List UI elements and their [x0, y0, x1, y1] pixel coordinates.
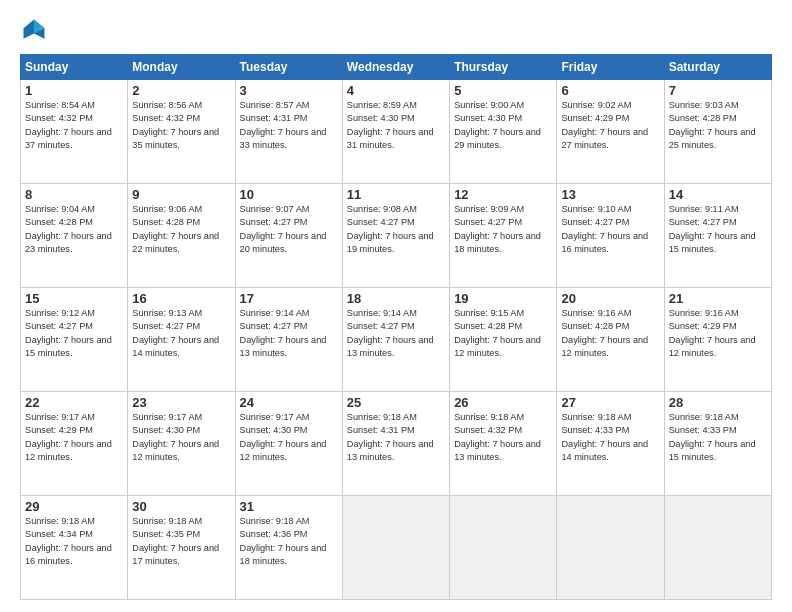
day-number: 10	[240, 187, 338, 202]
day-info: Sunrise: 9:08 AMSunset: 4:27 PMDaylight:…	[347, 203, 445, 256]
day-info: Sunrise: 9:15 AMSunset: 4:28 PMDaylight:…	[454, 307, 552, 360]
day-number: 23	[132, 395, 230, 410]
day-number: 14	[669, 187, 767, 202]
day-info: Sunrise: 8:57 AMSunset: 4:31 PMDaylight:…	[240, 99, 338, 152]
day-info: Sunrise: 9:02 AMSunset: 4:29 PMDaylight:…	[561, 99, 659, 152]
day-number: 31	[240, 499, 338, 514]
calendar-day-cell: 11Sunrise: 9:08 AMSunset: 4:27 PMDayligh…	[342, 184, 449, 288]
calendar-week-row: 22Sunrise: 9:17 AMSunset: 4:29 PMDayligh…	[21, 392, 772, 496]
day-number: 16	[132, 291, 230, 306]
calendar-day-cell: 29Sunrise: 9:18 AMSunset: 4:34 PMDayligh…	[21, 496, 128, 600]
day-info: Sunrise: 9:16 AMSunset: 4:28 PMDaylight:…	[561, 307, 659, 360]
calendar-day-cell: 13Sunrise: 9:10 AMSunset: 4:27 PMDayligh…	[557, 184, 664, 288]
day-info: Sunrise: 9:18 AMSunset: 4:36 PMDaylight:…	[240, 515, 338, 568]
day-number: 21	[669, 291, 767, 306]
logo	[20, 16, 52, 44]
weekday-header: Monday	[128, 55, 235, 80]
day-info: Sunrise: 8:56 AMSunset: 4:32 PMDaylight:…	[132, 99, 230, 152]
day-number: 1	[25, 83, 123, 98]
calendar-day-cell: 7Sunrise: 9:03 AMSunset: 4:28 PMDaylight…	[664, 80, 771, 184]
header	[20, 16, 772, 44]
weekday-header: Saturday	[664, 55, 771, 80]
calendar-week-row: 8Sunrise: 9:04 AMSunset: 4:28 PMDaylight…	[21, 184, 772, 288]
calendar-day-cell: 31Sunrise: 9:18 AMSunset: 4:36 PMDayligh…	[235, 496, 342, 600]
day-info: Sunrise: 9:14 AMSunset: 4:27 PMDaylight:…	[347, 307, 445, 360]
day-info: Sunrise: 8:54 AMSunset: 4:32 PMDaylight:…	[25, 99, 123, 152]
calendar-day-cell: 8Sunrise: 9:04 AMSunset: 4:28 PMDaylight…	[21, 184, 128, 288]
calendar-day-cell: 20Sunrise: 9:16 AMSunset: 4:28 PMDayligh…	[557, 288, 664, 392]
day-number: 22	[25, 395, 123, 410]
day-number: 27	[561, 395, 659, 410]
day-info: Sunrise: 9:09 AMSunset: 4:27 PMDaylight:…	[454, 203, 552, 256]
calendar-day-cell: 19Sunrise: 9:15 AMSunset: 4:28 PMDayligh…	[450, 288, 557, 392]
calendar-day-cell: 26Sunrise: 9:18 AMSunset: 4:32 PMDayligh…	[450, 392, 557, 496]
day-number: 20	[561, 291, 659, 306]
calendar-body: 1Sunrise: 8:54 AMSunset: 4:32 PMDaylight…	[21, 80, 772, 600]
day-info: Sunrise: 9:18 AMSunset: 4:31 PMDaylight:…	[347, 411, 445, 464]
calendar-day-cell: 27Sunrise: 9:18 AMSunset: 4:33 PMDayligh…	[557, 392, 664, 496]
weekday-header: Tuesday	[235, 55, 342, 80]
calendar-day-cell: 30Sunrise: 9:18 AMSunset: 4:35 PMDayligh…	[128, 496, 235, 600]
day-number: 12	[454, 187, 552, 202]
day-info: Sunrise: 9:14 AMSunset: 4:27 PMDaylight:…	[240, 307, 338, 360]
weekday-header: Thursday	[450, 55, 557, 80]
day-info: Sunrise: 9:17 AMSunset: 4:29 PMDaylight:…	[25, 411, 123, 464]
day-info: Sunrise: 8:59 AMSunset: 4:30 PMDaylight:…	[347, 99, 445, 152]
day-info: Sunrise: 9:10 AMSunset: 4:27 PMDaylight:…	[561, 203, 659, 256]
calendar-week-row: 29Sunrise: 9:18 AMSunset: 4:34 PMDayligh…	[21, 496, 772, 600]
calendar-header-row: SundayMondayTuesdayWednesdayThursdayFrid…	[21, 55, 772, 80]
day-number: 29	[25, 499, 123, 514]
calendar-day-cell: 5Sunrise: 9:00 AMSunset: 4:30 PMDaylight…	[450, 80, 557, 184]
calendar-day-cell: 1Sunrise: 8:54 AMSunset: 4:32 PMDaylight…	[21, 80, 128, 184]
calendar-day-cell: 12Sunrise: 9:09 AMSunset: 4:27 PMDayligh…	[450, 184, 557, 288]
calendar-day-cell	[664, 496, 771, 600]
calendar-day-cell: 22Sunrise: 9:17 AMSunset: 4:29 PMDayligh…	[21, 392, 128, 496]
day-number: 26	[454, 395, 552, 410]
day-info: Sunrise: 9:18 AMSunset: 4:34 PMDaylight:…	[25, 515, 123, 568]
day-number: 6	[561, 83, 659, 98]
calendar-day-cell: 23Sunrise: 9:17 AMSunset: 4:30 PMDayligh…	[128, 392, 235, 496]
calendar-week-row: 15Sunrise: 9:12 AMSunset: 4:27 PMDayligh…	[21, 288, 772, 392]
calendar-week-row: 1Sunrise: 8:54 AMSunset: 4:32 PMDaylight…	[21, 80, 772, 184]
day-number: 3	[240, 83, 338, 98]
day-info: Sunrise: 9:16 AMSunset: 4:29 PMDaylight:…	[669, 307, 767, 360]
weekday-header: Sunday	[21, 55, 128, 80]
calendar-day-cell: 15Sunrise: 9:12 AMSunset: 4:27 PMDayligh…	[21, 288, 128, 392]
calendar-day-cell: 3Sunrise: 8:57 AMSunset: 4:31 PMDaylight…	[235, 80, 342, 184]
calendar-table: SundayMondayTuesdayWednesdayThursdayFrid…	[20, 54, 772, 600]
calendar-day-cell	[342, 496, 449, 600]
day-info: Sunrise: 9:18 AMSunset: 4:33 PMDaylight:…	[561, 411, 659, 464]
day-number: 13	[561, 187, 659, 202]
day-info: Sunrise: 9:00 AMSunset: 4:30 PMDaylight:…	[454, 99, 552, 152]
day-info: Sunrise: 9:04 AMSunset: 4:28 PMDaylight:…	[25, 203, 123, 256]
calendar-day-cell: 18Sunrise: 9:14 AMSunset: 4:27 PMDayligh…	[342, 288, 449, 392]
day-info: Sunrise: 9:11 AMSunset: 4:27 PMDaylight:…	[669, 203, 767, 256]
day-info: Sunrise: 9:17 AMSunset: 4:30 PMDaylight:…	[132, 411, 230, 464]
calendar-day-cell: 10Sunrise: 9:07 AMSunset: 4:27 PMDayligh…	[235, 184, 342, 288]
logo-icon	[20, 16, 48, 44]
day-number: 8	[25, 187, 123, 202]
day-number: 9	[132, 187, 230, 202]
day-number: 18	[347, 291, 445, 306]
calendar-day-cell	[557, 496, 664, 600]
calendar-day-cell: 17Sunrise: 9:14 AMSunset: 4:27 PMDayligh…	[235, 288, 342, 392]
day-number: 28	[669, 395, 767, 410]
day-info: Sunrise: 9:18 AMSunset: 4:33 PMDaylight:…	[669, 411, 767, 464]
calendar-day-cell: 14Sunrise: 9:11 AMSunset: 4:27 PMDayligh…	[664, 184, 771, 288]
day-number: 4	[347, 83, 445, 98]
day-number: 15	[25, 291, 123, 306]
calendar-day-cell: 24Sunrise: 9:17 AMSunset: 4:30 PMDayligh…	[235, 392, 342, 496]
day-number: 24	[240, 395, 338, 410]
day-number: 7	[669, 83, 767, 98]
day-info: Sunrise: 9:07 AMSunset: 4:27 PMDaylight:…	[240, 203, 338, 256]
calendar-day-cell: 25Sunrise: 9:18 AMSunset: 4:31 PMDayligh…	[342, 392, 449, 496]
day-number: 25	[347, 395, 445, 410]
day-number: 2	[132, 83, 230, 98]
calendar-day-cell	[450, 496, 557, 600]
calendar-day-cell: 4Sunrise: 8:59 AMSunset: 4:30 PMDaylight…	[342, 80, 449, 184]
calendar-day-cell: 16Sunrise: 9:13 AMSunset: 4:27 PMDayligh…	[128, 288, 235, 392]
day-number: 11	[347, 187, 445, 202]
weekday-header: Wednesday	[342, 55, 449, 80]
calendar-day-cell: 6Sunrise: 9:02 AMSunset: 4:29 PMDaylight…	[557, 80, 664, 184]
calendar-day-cell: 9Sunrise: 9:06 AMSunset: 4:28 PMDaylight…	[128, 184, 235, 288]
